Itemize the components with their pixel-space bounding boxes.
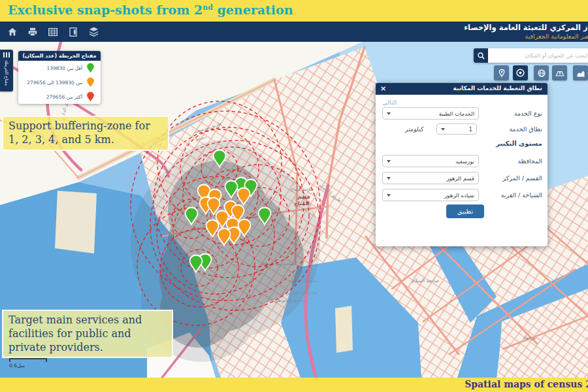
legend-label: أكثر من 279656 [46,94,82,100]
governorate-label: المحافظة [518,157,542,165]
apply-button[interactable]: تطبيق [446,204,484,218]
village-value: شياده الزهور [444,192,474,199]
village-label: الشياخة / القرية [501,191,542,199]
bottom-caption: Spatial maps of census 2 [465,379,588,389]
legend-panel: مفتاح الخريطة (عدد السكان) أقل من 139830… [18,51,101,104]
locate-pin-icon [497,69,506,78]
target-icon [515,68,525,78]
village-select[interactable]: شياده الزهور [382,189,479,201]
legend-title: مفتاح الخريطة (عدد السكان) [18,51,101,61]
legend-item-green: أقل من 139830 [18,61,101,75]
resize-handle[interactable]: ⋰ [378,240,383,246]
legend-tab-label: مفتاح الخريطة [4,60,9,86]
app-header: الجهاز المركزي للتعبئة العامة والإحصاء ب… [0,22,588,42]
annotation-target: Target main services and facilities for … [2,310,173,358]
coverage-dialog: × نطاق التغطية للخدمات المكانية التالي ن… [376,83,547,246]
map-label: ضاحية السلام [412,278,439,284]
legend-label: أقل من 139830 [47,65,82,71]
search-button[interactable] [474,48,488,63]
service-type-select[interactable]: الخدمات الطبية [382,107,479,120]
dialog-titlebar[interactable]: × نطاق التغطية للخدمات المكانية [376,83,547,95]
dialog-title: نطاق التغطية للخدمات المكانية [453,85,542,91]
map-area: الطريق الدائريالطريق الدائريالطريق الدول… [0,42,588,378]
app-window: Exclusive snap-shots from 2nd generation… [0,0,588,392]
report-icon[interactable] [66,25,80,39]
table-icon[interactable] [46,25,60,39]
basemap-button[interactable] [552,65,567,80]
chevron-down-icon [387,112,391,117]
red-pin-icon [86,91,95,103]
layers-icon[interactable] [86,25,101,39]
search-bar [474,48,588,63]
district-value: قسم الزهور [446,175,474,182]
legend-tab[interactable]: مفتاح الخريطة [0,50,13,91]
zoom-level-section: مستوى التكبير [496,140,542,147]
search-icon [477,52,485,60]
chevron-down-icon [387,177,391,182]
globe-button[interactable] [534,65,549,80]
chevron-down-icon [387,160,391,165]
buffer-coverage-button[interactable] [513,65,528,80]
chevron-down-icon [441,128,445,133]
zone-beige [55,191,97,253]
page-title: Exclusive snap-shots from 2nd generation [8,3,293,17]
agency-name: الجهاز المركزي للتعبئة العامة والإحصاء [464,23,588,33]
zone-cream [335,306,353,353]
close-icon[interactable]: × [380,84,386,94]
agency-title: الجهاز المركزي للتعبئة العامة والإحصاء ب… [464,23,588,41]
chart-icon [576,69,585,78]
next-link[interactable]: التالي [382,99,397,106]
locate-service-button[interactable] [494,65,509,80]
governorate-value: بورسعيد [455,158,474,165]
orange-pin-icon [86,77,95,88]
district-label: القسم / المركز [503,174,542,182]
search-input[interactable] [488,48,588,63]
governorate-select[interactable]: بورسعيد [382,155,479,167]
unit-label: كيلومتر [405,125,424,133]
header-toolbar [5,25,101,39]
globe-icon [537,69,546,78]
top-banner: Exclusive snap-shots from 2nd generation [0,0,588,22]
home-icon[interactable] [5,25,20,39]
legend-label: من 139830 الى 279656 [27,80,82,86]
chevron-down-icon [387,194,391,199]
legend-bars-icon [3,52,10,57]
service-type-label: نوع الخدمة [514,110,542,117]
district-select[interactable]: قسم الزهور [382,172,479,184]
service-range-label: نطاق الخدمة [509,125,542,133]
chart-button[interactable] [573,65,588,80]
bottom-banner: Spatial maps of census 2 [0,378,588,392]
legend-item-red: أكثر من 279656 [18,90,101,104]
green-pin-icon [86,63,95,74]
print-icon[interactable] [25,25,40,39]
basemap-icon [555,69,564,78]
service-type-value: الخدمات الطبية [439,110,474,117]
scale-bar: 0.6ميل [9,358,47,368]
annotation-buffering: Support buffering-zone for 1, 2, 3, 4, a… [2,116,169,151]
scale-bar-line [9,358,47,362]
map-label: بورفؤاد [523,335,536,340]
service-range-value: 1 [469,126,472,133]
service-range-select[interactable]: 1 [436,123,477,135]
legend-item-orange: من 139830 الى 279656 [18,75,101,90]
portal-name: بوابة مصر المعلوماتية الجغرافية [464,33,588,41]
scale-bar-label: 0.6ميل [9,363,47,368]
